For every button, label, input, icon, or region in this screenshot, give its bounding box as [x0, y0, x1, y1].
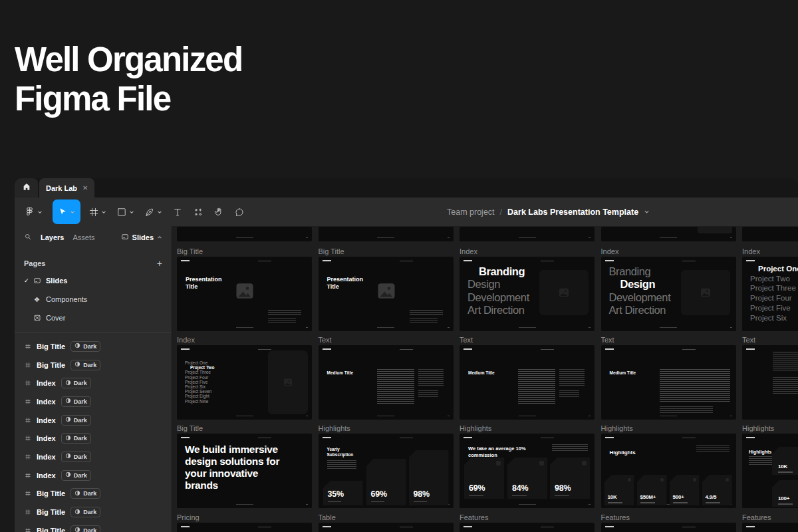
chevron-down-icon[interactable] — [70, 209, 75, 215]
variant-badge[interactable]: Dark — [61, 378, 91, 388]
slide-label[interactable]: Features — [742, 513, 771, 521]
breadcrumb-project[interactable]: Team project — [447, 207, 495, 217]
layer-row[interactable]: IndexDark — [15, 392, 172, 411]
close-tab-icon[interactable]: ✕ — [82, 185, 88, 192]
variant-badge[interactable]: Dark — [70, 341, 100, 352]
view-mode-selector[interactable]: Slides — [121, 233, 162, 242]
slide-thumbnail[interactable] — [742, 345, 798, 420]
main-menu-button[interactable] — [20, 201, 47, 223]
slide-label[interactable]: Highlights — [742, 424, 774, 432]
search-icon[interactable] — [24, 233, 32, 242]
slide-label[interactable]: Table — [319, 513, 336, 521]
slide-thumbnail[interactable]: Medium Title — [601, 345, 736, 420]
chevron-down-icon[interactable] — [37, 209, 43, 215]
layer-row[interactable]: Big TitleDark — [15, 337, 172, 356]
frame-tool-button[interactable] — [84, 201, 110, 223]
chevron-down-icon[interactable] — [129, 209, 134, 215]
slide-label[interactable]: Index — [177, 336, 195, 344]
slide-label[interactable]: Highlights — [460, 424, 491, 432]
actions-tool-button[interactable] — [189, 201, 207, 223]
layer-row[interactable]: IndexDark — [15, 448, 172, 466]
slide-label[interactable]: Index — [742, 247, 760, 255]
comment-tool-button[interactable] — [230, 201, 249, 223]
slide-label[interactable]: Text — [460, 336, 473, 344]
variant-badge[interactable]: Dark — [70, 507, 100, 517]
slide-thumbnail[interactable]: Presentation Title — [319, 257, 454, 331]
tab-assets[interactable]: Assets — [72, 233, 94, 241]
slide-label[interactable]: Big Title — [177, 424, 203, 432]
slide-thumbnail[interactable]: Highlights10K100+ — [742, 434, 798, 508]
variant-badge[interactable]: Dark — [70, 525, 100, 532]
placeholder-text-lines — [410, 310, 443, 316]
file-tab[interactable]: Dark Lab ✕ — [39, 178, 94, 198]
layer-row[interactable]: IndexDark — [15, 466, 172, 485]
slide-thumbnail[interactable] — [601, 523, 736, 532]
slide-thumbnail[interactable] — [742, 227, 798, 241]
hand-tool-button[interactable] — [209, 201, 228, 223]
slide-header-text — [682, 527, 696, 528]
slide-thumbnail[interactable]: Project OneProject TwoProject ThreeProje… — [742, 257, 798, 331]
slide-thumbnail[interactable] — [177, 227, 312, 241]
variant-badge[interactable]: Dark — [61, 470, 91, 481]
add-page-icon[interactable]: + — [157, 258, 162, 269]
slide-thumbnail[interactable]: BrandingDesignDevelopmentArt Direction — [460, 257, 595, 331]
slide-label[interactable]: Index — [460, 247, 477, 255]
layer-row[interactable]: Big TitleDark — [15, 485, 172, 503]
chevron-down-icon[interactable] — [101, 209, 106, 215]
page-item-components[interactable]: ❖Components — [15, 290, 172, 309]
move-tool-button[interactable] — [53, 200, 80, 224]
slide-label[interactable]: Text — [742, 336, 755, 344]
layer-row[interactable]: IndexDark — [15, 411, 172, 430]
slide-thumbnail[interactable] — [460, 227, 595, 241]
home-tab[interactable] — [15, 178, 38, 198]
slide-thumbnail[interactable] — [460, 523, 595, 532]
shape-tool-button[interactable] — [112, 201, 138, 223]
slide-label[interactable]: Features — [460, 513, 488, 521]
slide-label[interactable]: Pricing — [177, 513, 200, 521]
slide-thumbnail[interactable] — [319, 227, 454, 241]
breadcrumb-file-name[interactable]: Dark Labs Presentation Template — [507, 207, 638, 217]
slide-thumbnail[interactable] — [319, 523, 454, 532]
slide-thumbnail[interactable]: Medium Title — [460, 345, 595, 420]
slide-thumbnail[interactable]: Project OneProject TwoProject ThreeProje… — [177, 345, 312, 420]
slide-thumbnail[interactable] — [742, 523, 798, 532]
slide-thumbnail[interactable]: Medium Title — [319, 345, 454, 420]
slide-thumbnail[interactable]: BrandingDesignDevelopmentArt Direction — [601, 257, 736, 331]
slide-label[interactable]: Highlights — [319, 424, 350, 432]
frame-icon — [25, 359, 31, 371]
slide-thumbnail[interactable] — [177, 523, 312, 532]
slide-label[interactable]: Text — [601, 336, 614, 344]
variant-badge[interactable]: Dark — [61, 433, 91, 444]
slide-label[interactable]: Highlights — [601, 424, 633, 432]
variant-badge[interactable]: Dark — [70, 488, 100, 499]
stat-label-line — [608, 502, 622, 503]
slide-thumbnail[interactable] — [601, 227, 736, 241]
layer-row[interactable]: Big TitleDark — [15, 503, 172, 521]
variant-badge[interactable]: Dark — [70, 360, 100, 370]
layer-row[interactable]: Big TitleDark — [15, 356, 172, 374]
slide-label[interactable]: Index — [601, 247, 619, 255]
text-tool-button[interactable] — [168, 201, 187, 223]
variant-badge[interactable]: Dark — [61, 396, 91, 407]
tab-layers[interactable]: Layers — [41, 233, 64, 241]
variant-badge[interactable]: Dark — [61, 415, 91, 426]
page-item-cover[interactable]: Cover — [15, 309, 172, 327]
variant-badge[interactable]: Dark — [61, 452, 91, 462]
canvas[interactable]: Big TitlePresentation TitleBig TitlePres… — [172, 226, 798, 532]
slide-label[interactable]: Big Title — [319, 247, 344, 255]
layer-row[interactable]: Big TitleDark — [15, 521, 172, 532]
slide-label[interactable]: Big Title — [177, 247, 203, 255]
chevron-down-icon[interactable] — [157, 209, 162, 215]
slide-thumbnail[interactable]: Presentation Title — [177, 257, 312, 331]
page-item-slides[interactable]: ✓Slides — [15, 271, 172, 290]
pen-tool-button[interactable] — [140, 201, 166, 223]
layer-row[interactable]: IndexDark — [15, 429, 172, 448]
slide-thumbnail[interactable]: We take an average 10% commission69%84%9… — [460, 434, 595, 508]
slide-label[interactable]: Features — [601, 513, 630, 521]
slide-thumbnail[interactable]: Yearly Subscription35%69%98% — [319, 434, 454, 508]
slide-thumbnail[interactable]: Highlights10K$50M+500+4.9/5 — [601, 434, 736, 508]
slide-label[interactable]: Text — [319, 336, 332, 344]
layer-row[interactable]: IndexDark — [15, 374, 172, 392]
slide-thumbnail[interactable]: We build immersive design solutions for … — [177, 434, 312, 508]
chevron-down-icon[interactable] — [644, 207, 650, 217]
